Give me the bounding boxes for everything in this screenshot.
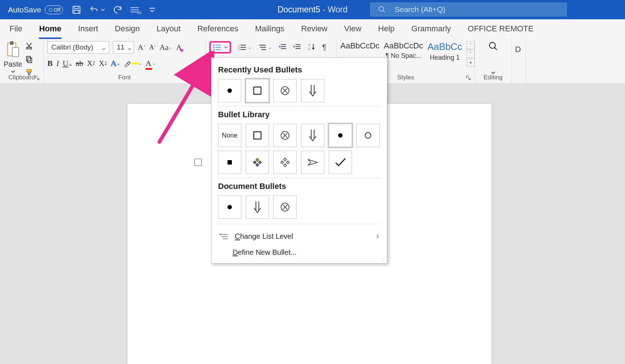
app-name: - Word (320, 5, 348, 14)
subscript-button[interactable]: X2 (87, 59, 95, 68)
tab-mailings[interactable]: Mailings (255, 22, 285, 36)
search-placeholder: Search (Alt+Q) (395, 5, 445, 14)
dialog-launcher-icon[interactable] (35, 75, 40, 81)
tab-file[interactable]: File (9, 22, 22, 36)
resize-grip-icon[interactable]: ⋰ (381, 256, 385, 262)
group-clipboard: Paste Clipboard (0, 38, 44, 83)
bullet-four-color-diamond[interactable] (246, 151, 269, 174)
tab-home[interactable]: Home (39, 22, 61, 36)
bullet-open-square[interactable] (246, 79, 269, 102)
bullet-disc[interactable] (218, 195, 241, 219)
autosave-state: Off (54, 7, 60, 13)
svg-point-9 (30, 47, 32, 50)
shrink-font-icon[interactable]: A˅ (149, 44, 156, 51)
tab-grammarly[interactable]: Grammarly (411, 22, 451, 36)
bullet-circled-x[interactable] (273, 79, 297, 102)
scroll-down-icon[interactable]: ˅ (467, 50, 475, 58)
svg-rect-24 (254, 87, 261, 94)
font-color-icon[interactable]: A ⌄ (146, 59, 156, 68)
bullet-library-heading: Bullet Library (218, 110, 380, 119)
style-heading1[interactable]: AaBbCc Heading 1 (427, 41, 462, 67)
decrease-indent-icon[interactable] (278, 43, 286, 52)
highlight-color-icon[interactable]: ⌄ (124, 59, 142, 67)
bullets-dropdown-button[interactable] (209, 41, 231, 54)
numbering-button[interactable]: 123⌄ (238, 44, 252, 51)
bullet-disc[interactable] (218, 79, 241, 102)
search-box[interactable]: Search (Alt+Q) (370, 3, 567, 16)
bullet-circled-x[interactable] (273, 195, 297, 219)
svg-rect-7 (12, 48, 19, 57)
font-name-combo[interactable]: Calibri (Body) ⌄ (47, 41, 109, 54)
underline-button[interactable]: U ⌄ (63, 59, 72, 68)
bullet-four-diamond[interactable] (273, 151, 297, 174)
equation-icon[interactable]: 123 (130, 5, 142, 14)
tab-review[interactable]: Review (301, 22, 327, 36)
font-size-combo[interactable]: 11 ⌄ (113, 41, 134, 54)
superscript-button[interactable]: X2 (99, 59, 107, 68)
text-effects-icon[interactable]: A ⌄ (111, 59, 120, 68)
chevron-down-icon: ⌄ (99, 43, 107, 52)
paste-icon (6, 41, 20, 59)
undo-button[interactable] (88, 5, 105, 15)
chevron-down-icon (491, 71, 495, 75)
bullet-none[interactable]: None (218, 124, 241, 147)
increase-indent-icon[interactable] (293, 43, 301, 52)
bullet-arrowhead[interactable] (301, 151, 324, 174)
define-new-bullet-menu[interactable]: Define New Bullet... (218, 245, 380, 260)
styles-expand-icon[interactable]: ▾ (467, 59, 475, 67)
bullet-checkmark[interactable] (329, 151, 352, 174)
dialog-launcher-icon[interactable] (197, 75, 202, 81)
define-new-bullet-label: efine New Bullet... (238, 248, 296, 256)
chevron-right-icon: › (376, 232, 379, 241)
find-icon[interactable] (488, 41, 498, 51)
bullet-double-arrow-down[interactable] (301, 79, 324, 102)
autosave-toggle[interactable]: AutoSave Off (8, 5, 63, 14)
tab-view[interactable]: View (344, 22, 361, 36)
group-label: Font (44, 74, 205, 81)
chevron-down-icon (11, 70, 15, 74)
bullet-disc[interactable] (329, 124, 352, 147)
svg-point-8 (27, 47, 29, 50)
multilevel-list-button[interactable]: ⌄ (258, 44, 272, 51)
bold-button[interactable]: B (47, 59, 53, 68)
grow-font-icon[interactable]: A˄ (138, 43, 146, 52)
dialog-launcher-icon[interactable] (466, 75, 472, 81)
font-size-value: 11 (117, 43, 124, 51)
svg-rect-30 (228, 160, 232, 165)
style-no-spacing[interactable]: AaBbCcDc ¶ No Spac... (384, 41, 423, 67)
tab-office-remote[interactable]: OFFICE REMOTE (468, 22, 534, 36)
bullet-open-circle[interactable] (356, 124, 380, 147)
copy-icon[interactable] (25, 55, 33, 65)
strikethrough-button[interactable]: ab (76, 59, 83, 68)
tab-help[interactable]: Help (378, 22, 395, 36)
customize-qat-icon[interactable] (149, 7, 155, 13)
autosave-switch[interactable]: Off (45, 5, 63, 14)
show-marks-icon[interactable]: ¶ (322, 43, 327, 52)
scroll-up-icon[interactable]: ˄ (467, 41, 475, 49)
tab-layout[interactable]: Layout (157, 22, 181, 36)
bullet-filled-square[interactable] (218, 151, 241, 174)
svg-point-14 (213, 47, 214, 48)
cut-icon[interactable] (25, 42, 33, 52)
svg-text:123: 123 (137, 11, 142, 14)
tab-insert[interactable]: Insert (78, 22, 98, 36)
styles-scroll[interactable]: ˄ ˅ ▾ (467, 41, 475, 67)
clear-formatting-icon[interactable]: A◆ (176, 43, 182, 52)
bullet-double-arrow-down[interactable] (246, 195, 269, 219)
repeat-icon[interactable] (112, 5, 123, 15)
sort-icon[interactable]: AZ (308, 43, 316, 52)
bullet-open-square[interactable] (246, 124, 269, 147)
italic-button[interactable]: I (56, 59, 59, 68)
change-list-level-menu[interactable]: Change List Level › (218, 228, 380, 245)
chevron-down-icon (101, 8, 105, 12)
bullet-double-arrow-down[interactable] (301, 124, 324, 147)
tab-design[interactable]: Design (115, 22, 140, 36)
svg-rect-12 (27, 70, 32, 72)
style-preview: AaBbCcDc (340, 41, 380, 51)
tab-references[interactable]: References (197, 22, 238, 36)
doc-name: Document5 (277, 5, 320, 14)
save-icon[interactable] (72, 5, 81, 15)
style-name: ¶ No Spac... (385, 52, 422, 60)
bullet-circled-x[interactable] (273, 124, 297, 147)
change-case-icon[interactable]: Aa⌄ (159, 43, 173, 52)
